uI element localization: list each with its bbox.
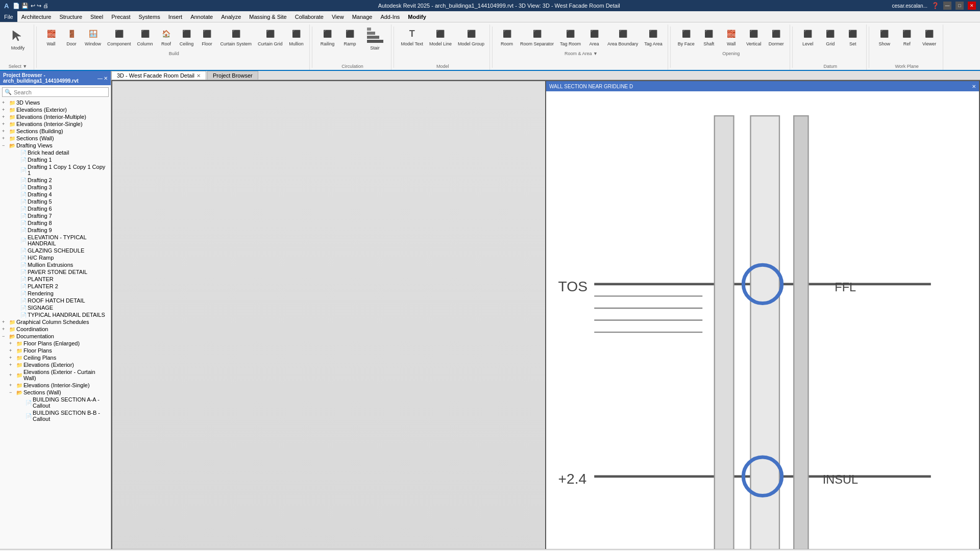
railing-btn[interactable]: ⬛ Railing [317,26,338,48]
sidebar-item-paver[interactable]: 📄 PAVER STONE DETAIL [0,268,111,276]
menu-massing[interactable]: Massing & Site [245,11,290,22]
show-btn[interactable]: ⬛ Show [874,26,895,48]
sidebar-item-planter[interactable]: 📄 PLANTER [0,276,111,283]
minimize-btn[interactable]: — [943,2,951,10]
sidebar-item-hc-ramp[interactable]: 📄 H/C Ramp [0,254,111,261]
tag-room-btn[interactable]: ⬛ Tag Room [558,26,583,48]
tag-area-btn[interactable]: ⬛ Tag Area [642,26,665,48]
sidebar-item-drafting4[interactable]: 📄 Drafting 4 [0,191,111,198]
curtain-grid-btn[interactable]: ⬛ Curtain Grid [256,26,285,48]
close-3d-tab[interactable]: ✕ [197,73,201,79]
component-btn[interactable]: ⬛ Component [105,26,133,48]
model-group-btn[interactable]: ⬛ Model Group [456,26,486,48]
3d-view-content[interactable]: FRONT [112,81,545,549]
sidebar-item-sections-building[interactable]: + 📁 Sections (Building) [0,128,111,135]
opening-wall-btn[interactable]: 🧱 Wall [721,26,742,48]
room-sep-btn[interactable]: ⬛ Room Separator [518,26,556,48]
help-icon[interactable]: ❓ [932,2,939,9]
column-btn[interactable]: ⬛ Column [135,26,155,48]
sidebar-item-ceiling-plans[interactable]: + 📁 Ceiling Plans [0,354,111,361]
menu-collaborate[interactable]: Collaborate [291,11,328,22]
sidebar-item-drafting7[interactable]: 📄 Drafting 7 [0,212,111,219]
ceiling-btn[interactable]: ⬛ Ceiling [178,26,196,48]
sidebar-item-planter2[interactable]: 📄 PLANTER 2 [0,283,111,290]
wall-section-content[interactable]: TOS +2.4 +1.2 FFL INSUL MEMB [546,91,979,549]
pb-minimize[interactable]: — [97,76,103,81]
shaft-btn[interactable]: ⬛ Shaft [699,26,719,48]
sidebar-item-drafting2[interactable]: 📄 Drafting 2 [0,177,111,184]
set-btn[interactable]: ⬛ Set [843,26,863,48]
floor-btn[interactable]: ⬛ Floor [198,26,216,48]
sidebar-item-sections-wall2[interactable]: − 📂 Sections (Wall) [0,389,111,396]
sidebar-item-floor-plans[interactable]: + 📁 Floor Plans [0,347,111,354]
sidebar-item-building-aa[interactable]: 📄 BUILDING SECTION A-A - Callout [0,396,111,409]
menu-annotate[interactable]: Annotate [186,11,217,22]
sidebar-item-elevations-curtain[interactable]: + 📁 Elevations (Exterior - Curtain Wall) [0,368,111,382]
ref-btn[interactable]: ⬛ Ref [897,26,917,48]
sidebar-item-elevation-handrail[interactable]: 📄 ELEVATION - TYPICAL HANDRAIL [0,234,111,247]
sidebar-item-drafting6[interactable]: 📄 Drafting 6 [0,205,111,212]
sidebar-item-drafting5[interactable]: 📄 Drafting 5 [0,198,111,205]
sidebar-item-drafting8[interactable]: 📄 Drafting 8 [0,219,111,227]
menu-file[interactable]: File [0,11,17,22]
sidebar-item-documentation[interactable]: − 📂 Documentation [0,333,111,340]
expand-3d-views[interactable]: + [2,100,9,105]
stair-btn[interactable]: Stair [362,26,388,52]
sidebar-item-elevations-int-single[interactable]: + 📁 Elevations (Interior-Single) [0,120,111,128]
vertical-btn[interactable]: ⬛ Vertical [744,26,764,48]
sidebar-item-roof-hatch[interactable]: 📄 ROOF HATCH DETAIL [0,297,111,304]
sidebar-item-brick-head[interactable]: 📄 Brick head detail [0,149,111,156]
viewer-btn[interactable]: ⬛ Viewer [919,26,940,48]
area-btn[interactable]: ⬛ Area [585,26,603,48]
sidebar-item-signage[interactable]: 📄 SIGNAGE [0,304,111,311]
sidebar-item-elevations-int-single2[interactable]: + 📁 Elevations (Interior-Single) [0,382,111,389]
tab-3d-view[interactable]: 3D - West Facade Room Detail ✕ [111,71,206,80]
menu-structure[interactable]: Structure [55,11,86,22]
level-btn[interactable]: ⬛ Level [798,26,818,48]
area-boundary-btn[interactable]: ⬛ Area Boundary [605,26,640,48]
menu-steel[interactable]: Steel [86,11,107,22]
mullion-btn[interactable]: ⬛ Mullion [287,26,306,48]
model-line-btn[interactable]: ⬛ Model Line [427,26,454,48]
window-btn[interactable]: 🪟 Window [83,26,103,48]
sidebar-item-typical-handrail[interactable]: 📄 TYPICAL HANDRAIL DETAILS [0,311,111,318]
sidebar-item-drafting9[interactable]: 📄 Drafting 9 [0,227,111,234]
pb-close[interactable]: ✕ [104,76,108,81]
sidebar-item-building-bb[interactable]: 📄 BUILDING SECTION B-B - Callout [0,409,111,422]
modify-btn[interactable]: Modify [5,26,31,52]
sidebar-item-elevations-ext[interactable]: + 📁 Elevations (Exterior) [0,106,111,113]
panel-close-wall[interactable]: ✕ [972,84,976,89]
by-face-btn[interactable]: ⬛ By Face [676,26,697,48]
menu-systems[interactable]: Systems [134,11,164,22]
sidebar-item-drafting1[interactable]: 📄 Drafting 1 [0,156,111,163]
sidebar-item-3d-views[interactable]: + 📁 3D Views [0,99,111,106]
menu-manage[interactable]: Manage [348,11,377,22]
sidebar-item-elevations-ext2[interactable]: + 📁 Elevations (Exterior) [0,361,111,368]
tab-project-browser[interactable]: Project Browser [207,71,258,80]
menu-architecture[interactable]: Architecture [17,11,56,22]
menu-analyze[interactable]: Analyze [217,11,245,22]
ramp-btn[interactable]: ⬛ Ramp [340,26,360,48]
menu-addins[interactable]: Add-Ins [376,11,404,22]
sidebar-item-drafting1-copy[interactable]: 📄 Drafting 1 Copy 1 Copy 1 Copy 1 [0,163,111,177]
search-input[interactable] [14,89,106,95]
menu-view[interactable]: View [328,11,348,22]
sidebar-item-glazing[interactable]: 📄 GLAZING SCHEDULE [0,247,111,254]
sidebar-item-sections-wall[interactable]: + 📁 Sections (Wall) [0,135,111,142]
model-text-btn[interactable]: T Model Text [399,26,425,48]
menu-precast[interactable]: Precast [107,11,134,22]
roof-btn[interactable]: 🏠 Roof [157,26,176,48]
curtain-system-btn[interactable]: ⬛ Curtain System [218,26,254,48]
sidebar-item-graphical-col[interactable]: + 📁 Graphical Column Schedules [0,318,111,325]
sidebar-item-drafting3[interactable]: 📄 Drafting 3 [0,184,111,191]
quick-access-icons[interactable]: 📄 💾 ↩ ↪ 🖨 [13,3,48,9]
door-btn[interactable]: 🚪 Door [62,26,81,48]
sidebar-item-floor-plans-enlarged[interactable]: + 📁 Floor Plans (Enlarged) [0,340,111,347]
sidebar-item-mullion-ext[interactable]: 📄 Mullion Extrusions [0,261,111,268]
menu-insert[interactable]: Insert [164,11,187,22]
sidebar-item-elevations-int-multi[interactable]: + 📁 Elevations (Interior-Multiple) [0,113,111,120]
menu-modify[interactable]: Modify [404,11,430,22]
wall-btn[interactable]: 🧱 Wall [42,26,60,48]
grid-btn[interactable]: ⬛ Grid [820,26,841,48]
sidebar-item-rendering[interactable]: 📄 Rendering [0,290,111,297]
